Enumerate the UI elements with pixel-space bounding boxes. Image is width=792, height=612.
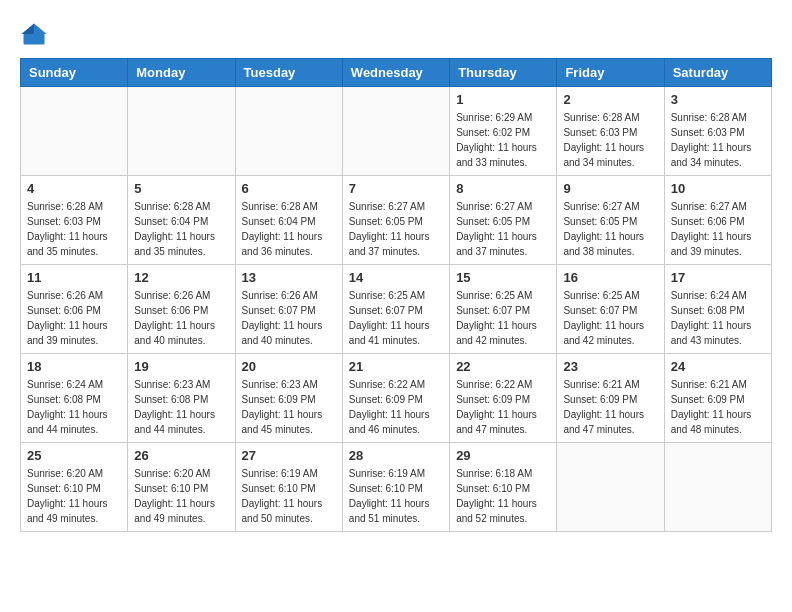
day-info: Sunrise: 6:28 AM Sunset: 6:03 PM Dayligh…	[563, 110, 657, 170]
day-info: Sunrise: 6:27 AM Sunset: 6:05 PM Dayligh…	[563, 199, 657, 259]
calendar-week-2: 4Sunrise: 6:28 AM Sunset: 6:03 PM Daylig…	[21, 176, 772, 265]
calendar-cell: 6Sunrise: 6:28 AM Sunset: 6:04 PM Daylig…	[235, 176, 342, 265]
day-number: 18	[27, 359, 121, 374]
calendar-cell: 21Sunrise: 6:22 AM Sunset: 6:09 PM Dayli…	[342, 354, 449, 443]
day-info: Sunrise: 6:20 AM Sunset: 6:10 PM Dayligh…	[134, 466, 228, 526]
svg-marker-1	[21, 24, 34, 35]
day-info: Sunrise: 6:28 AM Sunset: 6:03 PM Dayligh…	[27, 199, 121, 259]
day-info: Sunrise: 6:21 AM Sunset: 6:09 PM Dayligh…	[671, 377, 765, 437]
logo-icon	[20, 20, 48, 48]
calendar-cell: 29Sunrise: 6:18 AM Sunset: 6:10 PM Dayli…	[450, 443, 557, 532]
calendar-week-4: 18Sunrise: 6:24 AM Sunset: 6:08 PM Dayli…	[21, 354, 772, 443]
calendar-cell	[235, 87, 342, 176]
calendar-week-1: 1Sunrise: 6:29 AM Sunset: 6:02 PM Daylig…	[21, 87, 772, 176]
calendar-cell: 14Sunrise: 6:25 AM Sunset: 6:07 PM Dayli…	[342, 265, 449, 354]
col-header-thursday: Thursday	[450, 59, 557, 87]
day-number: 13	[242, 270, 336, 285]
day-number: 12	[134, 270, 228, 285]
calendar-header-row: SundayMondayTuesdayWednesdayThursdayFrid…	[21, 59, 772, 87]
day-number: 11	[27, 270, 121, 285]
day-info: Sunrise: 6:23 AM Sunset: 6:08 PM Dayligh…	[134, 377, 228, 437]
calendar-cell: 1Sunrise: 6:29 AM Sunset: 6:02 PM Daylig…	[450, 87, 557, 176]
day-info: Sunrise: 6:26 AM Sunset: 6:06 PM Dayligh…	[27, 288, 121, 348]
day-number: 15	[456, 270, 550, 285]
day-number: 17	[671, 270, 765, 285]
day-number: 4	[27, 181, 121, 196]
calendar-cell: 9Sunrise: 6:27 AM Sunset: 6:05 PM Daylig…	[557, 176, 664, 265]
calendar-cell: 2Sunrise: 6:28 AM Sunset: 6:03 PM Daylig…	[557, 87, 664, 176]
calendar-cell: 23Sunrise: 6:21 AM Sunset: 6:09 PM Dayli…	[557, 354, 664, 443]
calendar-cell: 26Sunrise: 6:20 AM Sunset: 6:10 PM Dayli…	[128, 443, 235, 532]
day-number: 10	[671, 181, 765, 196]
day-info: Sunrise: 6:24 AM Sunset: 6:08 PM Dayligh…	[27, 377, 121, 437]
day-number: 21	[349, 359, 443, 374]
day-number: 24	[671, 359, 765, 374]
calendar-cell: 17Sunrise: 6:24 AM Sunset: 6:08 PM Dayli…	[664, 265, 771, 354]
day-info: Sunrise: 6:21 AM Sunset: 6:09 PM Dayligh…	[563, 377, 657, 437]
day-number: 14	[349, 270, 443, 285]
day-info: Sunrise: 6:26 AM Sunset: 6:06 PM Dayligh…	[134, 288, 228, 348]
day-info: Sunrise: 6:20 AM Sunset: 6:10 PM Dayligh…	[27, 466, 121, 526]
calendar-cell: 22Sunrise: 6:22 AM Sunset: 6:09 PM Dayli…	[450, 354, 557, 443]
day-number: 28	[349, 448, 443, 463]
day-info: Sunrise: 6:19 AM Sunset: 6:10 PM Dayligh…	[349, 466, 443, 526]
day-info: Sunrise: 6:25 AM Sunset: 6:07 PM Dayligh…	[349, 288, 443, 348]
day-number: 25	[27, 448, 121, 463]
calendar-cell: 15Sunrise: 6:25 AM Sunset: 6:07 PM Dayli…	[450, 265, 557, 354]
calendar-cell: 20Sunrise: 6:23 AM Sunset: 6:09 PM Dayli…	[235, 354, 342, 443]
day-info: Sunrise: 6:19 AM Sunset: 6:10 PM Dayligh…	[242, 466, 336, 526]
calendar-cell	[128, 87, 235, 176]
day-info: Sunrise: 6:27 AM Sunset: 6:05 PM Dayligh…	[456, 199, 550, 259]
calendar-week-3: 11Sunrise: 6:26 AM Sunset: 6:06 PM Dayli…	[21, 265, 772, 354]
day-info: Sunrise: 6:28 AM Sunset: 6:03 PM Dayligh…	[671, 110, 765, 170]
calendar-week-5: 25Sunrise: 6:20 AM Sunset: 6:10 PM Dayli…	[21, 443, 772, 532]
day-info: Sunrise: 6:29 AM Sunset: 6:02 PM Dayligh…	[456, 110, 550, 170]
calendar-cell	[664, 443, 771, 532]
calendar-cell: 8Sunrise: 6:27 AM Sunset: 6:05 PM Daylig…	[450, 176, 557, 265]
day-number: 3	[671, 92, 765, 107]
day-number: 29	[456, 448, 550, 463]
day-info: Sunrise: 6:24 AM Sunset: 6:08 PM Dayligh…	[671, 288, 765, 348]
day-number: 19	[134, 359, 228, 374]
col-header-sunday: Sunday	[21, 59, 128, 87]
day-number: 5	[134, 181, 228, 196]
svg-rect-2	[24, 34, 45, 45]
day-info: Sunrise: 6:22 AM Sunset: 6:09 PM Dayligh…	[456, 377, 550, 437]
page-header	[20, 20, 772, 48]
day-info: Sunrise: 6:22 AM Sunset: 6:09 PM Dayligh…	[349, 377, 443, 437]
calendar-cell: 4Sunrise: 6:28 AM Sunset: 6:03 PM Daylig…	[21, 176, 128, 265]
day-info: Sunrise: 6:26 AM Sunset: 6:07 PM Dayligh…	[242, 288, 336, 348]
day-number: 22	[456, 359, 550, 374]
day-info: Sunrise: 6:27 AM Sunset: 6:06 PM Dayligh…	[671, 199, 765, 259]
day-info: Sunrise: 6:18 AM Sunset: 6:10 PM Dayligh…	[456, 466, 550, 526]
calendar-cell: 7Sunrise: 6:27 AM Sunset: 6:05 PM Daylig…	[342, 176, 449, 265]
calendar-cell: 3Sunrise: 6:28 AM Sunset: 6:03 PM Daylig…	[664, 87, 771, 176]
day-number: 1	[456, 92, 550, 107]
calendar-cell: 12Sunrise: 6:26 AM Sunset: 6:06 PM Dayli…	[128, 265, 235, 354]
day-number: 27	[242, 448, 336, 463]
calendar-cell: 10Sunrise: 6:27 AM Sunset: 6:06 PM Dayli…	[664, 176, 771, 265]
day-number: 23	[563, 359, 657, 374]
col-header-tuesday: Tuesday	[235, 59, 342, 87]
day-number: 26	[134, 448, 228, 463]
calendar-table: SundayMondayTuesdayWednesdayThursdayFrid…	[20, 58, 772, 532]
day-number: 6	[242, 181, 336, 196]
day-info: Sunrise: 6:27 AM Sunset: 6:05 PM Dayligh…	[349, 199, 443, 259]
day-info: Sunrise: 6:25 AM Sunset: 6:07 PM Dayligh…	[563, 288, 657, 348]
calendar-cell	[557, 443, 664, 532]
day-number: 20	[242, 359, 336, 374]
calendar-cell	[342, 87, 449, 176]
calendar-cell: 5Sunrise: 6:28 AM Sunset: 6:04 PM Daylig…	[128, 176, 235, 265]
col-header-monday: Monday	[128, 59, 235, 87]
calendar-cell	[21, 87, 128, 176]
day-number: 16	[563, 270, 657, 285]
logo	[20, 20, 52, 48]
calendar-cell: 18Sunrise: 6:24 AM Sunset: 6:08 PM Dayli…	[21, 354, 128, 443]
calendar-cell: 16Sunrise: 6:25 AM Sunset: 6:07 PM Dayli…	[557, 265, 664, 354]
day-info: Sunrise: 6:28 AM Sunset: 6:04 PM Dayligh…	[242, 199, 336, 259]
calendar-cell: 24Sunrise: 6:21 AM Sunset: 6:09 PM Dayli…	[664, 354, 771, 443]
day-number: 8	[456, 181, 550, 196]
day-number: 9	[563, 181, 657, 196]
calendar-cell: 28Sunrise: 6:19 AM Sunset: 6:10 PM Dayli…	[342, 443, 449, 532]
calendar-cell: 25Sunrise: 6:20 AM Sunset: 6:10 PM Dayli…	[21, 443, 128, 532]
